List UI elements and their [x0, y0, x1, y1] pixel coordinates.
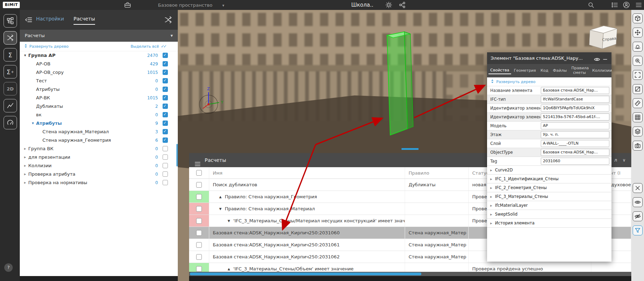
sum-add-icon[interactable]: Σ+ — [4, 65, 17, 78]
tab-collisions[interactable]: Коллизии — [590, 68, 614, 74]
collapse-icon[interactable] — [228, 267, 230, 271]
row-checkbox[interactable] — [196, 218, 202, 224]
tree-item-checkbox[interactable] — [163, 53, 168, 58]
tree-item-checkbox[interactable] — [163, 70, 168, 75]
tree-item-checkbox[interactable] — [163, 129, 168, 134]
row-checkbox-cell[interactable] — [189, 227, 209, 239]
clear-selection-icon[interactable] — [633, 183, 643, 193]
caret-down-icon[interactable] — [30, 119, 35, 128]
row-checkbox[interactable] — [196, 194, 202, 200]
tree-item-checkbox[interactable] — [163, 163, 168, 168]
gauge-icon[interactable] — [4, 116, 17, 129]
property-value[interactable]: IfcWallStandardCase — [541, 96, 609, 103]
row-checkbox-cell[interactable] — [189, 179, 209, 191]
zoom-fit-icon[interactable] — [633, 70, 643, 80]
tree-item[interactable]: АР-ОВ_copy 1015 — [20, 68, 178, 77]
view-cube-icon[interactable] — [633, 13, 643, 23]
expand-tree-link[interactable]: Развернуть дерево — [24, 44, 69, 49]
select-all-link[interactable]: Выделить всё — [130, 44, 166, 49]
tree-item[interactable]: Дубликаты 2 — [20, 102, 178, 111]
property-value[interactable]: 1Qo6BIY5PApfbTdUGk9hiX — [541, 105, 609, 112]
row-checkbox[interactable] — [196, 254, 202, 260]
property-section[interactable]: IFC_1_Идентификация_Стены — [487, 175, 611, 183]
caret-right-icon[interactable] — [23, 145, 28, 153]
row-checkbox-cell[interactable] — [189, 215, 209, 227]
shuffle-icon[interactable] — [164, 16, 172, 24]
row-checkbox-cell[interactable] — [189, 251, 209, 263]
collapse-icon[interactable] — [219, 195, 222, 199]
properties-title-bar[interactable]: Элемент "Базовая стена:ADSK_Нару... — [487, 52, 611, 64]
2d-icon[interactable]: 2D — [4, 82, 17, 95]
header-checkbox[interactable] — [196, 170, 202, 176]
row-checkbox[interactable] — [196, 230, 202, 236]
tab-code[interactable]: Код — [539, 68, 550, 74]
model-tree-icon[interactable] — [4, 14, 17, 28]
grid-icon[interactable] — [633, 112, 643, 122]
tab-calculations[interactable]: Расчеты — [74, 16, 95, 25]
property-section[interactable]: SweptSolid — [487, 210, 611, 219]
tree-item[interactable]: Коллизии 0 — [20, 162, 178, 170]
calculations-section-header[interactable]: Расчеты — [20, 30, 178, 42]
workspace-selector[interactable]: Базовое пространство — [158, 0, 224, 10]
tab-estimate-rules[interactable]: Правила сметы — [569, 65, 589, 76]
tree-item[interactable]: Стена наружная_Материал 3 — [20, 128, 178, 136]
tree-item[interactable]: для презентации 0 — [20, 153, 178, 162]
minimize-icon[interactable] — [602, 55, 608, 62]
scrollbar-thumb[interactable] — [190, 273, 421, 275]
tree-item[interactable]: Проверка атрибута 0 — [20, 170, 178, 178]
property-value[interactable]: Базовая стена:ADSK_Нар... — [541, 149, 609, 156]
tree-item-checkbox[interactable] — [163, 146, 168, 151]
property-value[interactable]: A-WALL-____-OTLN — [541, 140, 609, 147]
expand-icon[interactable] — [228, 219, 230, 223]
property-section[interactable]: IFC_2_Геометрия_Стены — [487, 183, 611, 192]
tree-item-checkbox[interactable] — [163, 61, 168, 66]
layers-icon[interactable] — [633, 127, 643, 136]
calculations-icon[interactable] — [4, 31, 17, 45]
tab-properties[interactable]: Свойства — [488, 67, 511, 75]
panel-scrollbar[interactable] — [176, 144, 178, 166]
briefcase-icon[interactable] — [124, 1, 131, 8]
horizontal-scrollbar[interactable] — [189, 272, 631, 276]
select-all-cell[interactable] — [189, 167, 209, 178]
row-checkbox-cell[interactable] — [189, 191, 209, 203]
tree-item-checkbox[interactable] — [163, 121, 168, 126]
show-all-icon[interactable] — [633, 197, 643, 207]
collapse-panel-icon[interactable] — [25, 16, 33, 24]
gear-icon[interactable] — [385, 1, 392, 8]
tree-item[interactable]: Группа АР 2470 — [20, 51, 178, 60]
tree-item-checkbox[interactable] — [163, 112, 168, 117]
menu-icon[interactable] — [635, 1, 642, 8]
row-checkbox[interactable] — [196, 182, 202, 188]
filter-icon[interactable] — [633, 226, 643, 235]
section-plane-icon[interactable] — [633, 84, 643, 94]
property-value[interactable]: Базовая стена:ADSK_Нар... — [541, 87, 609, 94]
column-header-name[interactable]: Имя — [209, 167, 405, 178]
chevron-down-icon[interactable] — [622, 153, 626, 167]
expand-icon[interactable] — [219, 207, 222, 211]
column-header-rule[interactable]: Правило — [405, 167, 469, 178]
tree-item-checkbox[interactable] — [163, 95, 168, 100]
share-icon[interactable] — [399, 1, 406, 8]
pan-icon[interactable] — [633, 28, 643, 37]
zoom-in-icon[interactable] — [633, 56, 643, 66]
property-section[interactable]: Curve2D — [487, 166, 611, 175]
caret-right-icon[interactable] — [23, 170, 28, 178]
row-checkbox-cell[interactable] — [189, 203, 209, 215]
search-icon[interactable] — [587, 1, 595, 8]
tree-item[interactable]: Атрибуты 0 — [20, 85, 178, 94]
caret-right-icon[interactable] — [23, 153, 28, 162]
eye-icon[interactable] — [594, 55, 600, 62]
property-value[interactable]: Ур. ч. п. — [541, 131, 609, 138]
tab-settings[interactable]: Настройки — [36, 16, 64, 24]
property-section[interactable]: IFC_3_Материалы_Стены — [487, 192, 611, 201]
tree-item-checkbox[interactable] — [163, 137, 168, 143]
caret-right-icon[interactable] — [23, 178, 28, 187]
hide-element-icon[interactable] — [633, 211, 643, 221]
expand-tree-link[interactable]: Развернуть дерево — [487, 77, 611, 86]
tree-item[interactable]: АР-ВК 1015 — [20, 94, 178, 102]
property-section[interactable]: История элемента — [487, 219, 611, 228]
tree-item[interactable]: вк 0 — [20, 111, 178, 119]
tree-item-checkbox[interactable] — [163, 154, 168, 160]
tree-item[interactable]: Стена наружная_Геометрия 6 — [20, 136, 178, 145]
chart-icon[interactable] — [4, 99, 17, 112]
